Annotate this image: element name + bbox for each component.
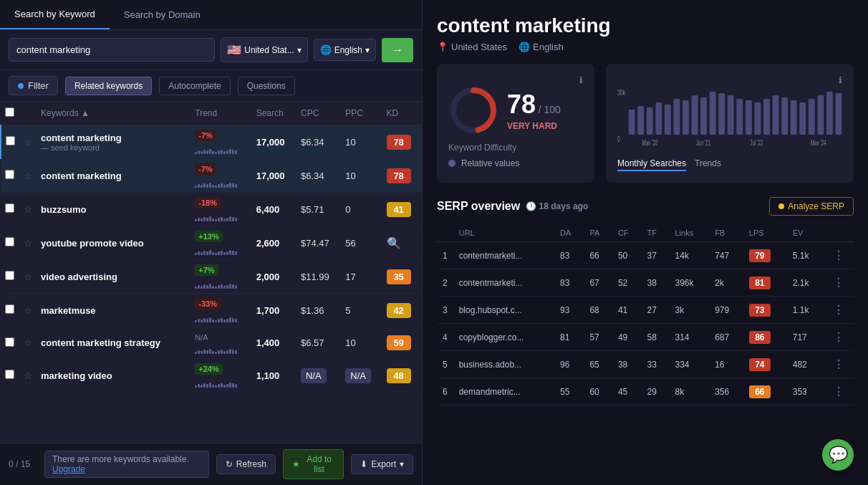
svg-rect-9: [674, 99, 680, 135]
keywords-table-container: Keywords ▲ Trend Search CPC PPC: [0, 102, 422, 443]
search-volume: 1,400: [252, 327, 296, 359]
svg-rect-8: [665, 105, 671, 135]
questions-button[interactable]: Questions: [238, 77, 295, 95]
col-search[interactable]: Search: [252, 102, 296, 125]
country-select[interactable]: 🇺🇸 United Stat... ▾: [221, 37, 307, 62]
star-icon[interactable]: ☆: [19, 226, 37, 260]
search-volume: 17,000: [252, 125, 296, 159]
serp-row[interactable]: 6 demandmetric... 55 60 45 29 8k 356 66 …: [437, 378, 854, 405]
select-all-checkbox[interactable]: [5, 107, 14, 117]
col-ppc[interactable]: PPC: [341, 102, 382, 125]
refresh-button[interactable]: ↻ Refresh: [216, 454, 276, 474]
cpc-value: $6.57: [296, 327, 341, 359]
serp-url[interactable]: contentmarketi...: [453, 269, 554, 297]
row-checkbox[interactable]: [5, 337, 14, 347]
chat-bubble[interactable]: 💬: [822, 439, 854, 471]
monthly-searches-tab[interactable]: Monthly Searches: [617, 158, 686, 171]
keyword-name: buzzsumo: [41, 204, 186, 215]
add-to-list-button[interactable]: ★ Add to list: [283, 449, 344, 479]
language-select[interactable]: 🌐 English ▾: [314, 39, 376, 61]
kd-value: 78: [382, 125, 422, 159]
row-checkbox[interactable]: [5, 203, 14, 213]
analyze-serp-button[interactable]: Analyze SERP: [769, 197, 854, 216]
table-row[interactable]: ☆ content marketing — seed keyword -7% 1…: [1, 125, 422, 159]
upgrade-notice: There are more keywords available. Upgra…: [44, 451, 209, 478]
kd-max: / 100: [539, 104, 561, 115]
chat-icon: 💬: [829, 446, 848, 464]
serp-tf: 58: [642, 324, 670, 351]
svg-text:30k: 30k: [617, 88, 625, 97]
table-row[interactable]: ☆ video advertising +7% 2,000 $11.99 17 …: [1, 260, 422, 294]
svg-rect-10: [683, 100, 689, 135]
keyword-title: content marketing: [437, 14, 854, 37]
serp-fb: 356: [709, 378, 743, 405]
row-checkbox[interactable]: [5, 304, 14, 314]
row-checkbox[interactable]: [5, 237, 14, 246]
tab-search-domain[interactable]: Search by Domain: [110, 0, 215, 29]
flag-icon: 🇺🇸: [227, 43, 241, 57]
serp-row[interactable]: 5 business.adob... 96 65 38 33 334 16 74…: [437, 351, 854, 378]
more-options-button[interactable]: ⋮: [829, 302, 848, 317]
more-options-button[interactable]: ⋮: [829, 248, 848, 263]
row-checkbox[interactable]: [5, 170, 14, 179]
serp-url[interactable]: copyblogger.co...: [453, 324, 554, 351]
serp-tf: 37: [642, 242, 670, 269]
more-options-button[interactable]: ⋮: [829, 275, 848, 290]
serp-da: 55: [554, 378, 584, 405]
table-row[interactable]: ☆ marketmuse -33% 1,700 $1.36 5 42: [1, 294, 422, 327]
svg-rect-16: [736, 99, 743, 135]
col-keywords[interactable]: Keywords ▲: [37, 102, 191, 125]
star-icon[interactable]: ☆: [19, 159, 37, 193]
more-options-button[interactable]: ⋮: [829, 330, 848, 345]
table-row[interactable]: ☆ youtube promote video +13% 2,600 $74.4…: [1, 226, 422, 260]
serp-url[interactable]: demandmetric...: [453, 378, 554, 405]
export-button[interactable]: ⬇ Export ▾: [351, 454, 413, 474]
star-icon[interactable]: ☆: [19, 260, 37, 294]
serp-da: 96: [554, 351, 584, 378]
upgrade-link[interactable]: Upgrade: [52, 464, 85, 474]
col-kd[interactable]: KD: [382, 102, 422, 125]
trend-cell: -7%: [191, 125, 251, 159]
svg-rect-24: [809, 99, 815, 135]
table-row[interactable]: ☆ content marketing -7% 17,000 $6.34 10 …: [1, 159, 422, 193]
serp-cf: 41: [612, 297, 642, 324]
col-cpc[interactable]: CPC: [296, 102, 341, 125]
star-icon[interactable]: ☆: [19, 193, 37, 226]
serp-row[interactable]: 1 contentmarketi... 83 66 50 37 14k 747 …: [437, 242, 854, 269]
serp-url[interactable]: blog.hubspot.c...: [453, 297, 554, 324]
serp-row[interactable]: 2 contentmarketi... 83 67 52 38 396k 2k …: [437, 269, 854, 297]
star-icon[interactable]: ☆: [19, 327, 37, 359]
serp-url[interactable]: business.adob...: [453, 351, 554, 378]
right-panel: content marketing 📍 United States 🌐 Engl…: [423, 0, 868, 485]
tab-search-keyword[interactable]: Search by Keyword: [0, 0, 110, 29]
chart-tabs: Monthly Searches Trends: [617, 158, 842, 171]
search-go-button[interactable]: →: [382, 38, 413, 62]
star-icon[interactable]: ☆: [19, 294, 37, 327]
serp-header: SERP overview 🕐 18 days ago Analyze SERP: [437, 197, 854, 216]
more-options-button[interactable]: ⋮: [829, 357, 848, 372]
more-options-button[interactable]: ⋮: [829, 384, 848, 399]
serp-url[interactable]: contentmarketi...: [453, 242, 554, 269]
table-row[interactable]: ☆ buzzsumo -18% 6,400 $5.71 0 41: [1, 193, 422, 226]
keyword-seed: — seed keyword: [41, 143, 186, 152]
row-checkbox[interactable]: [5, 271, 14, 280]
related-keywords-button[interactable]: Related keywords: [65, 77, 152, 95]
refresh-icon: ↻: [226, 459, 233, 469]
filter-button[interactable]: Filter: [9, 76, 58, 95]
kd-info-icon[interactable]: ℹ: [579, 75, 583, 85]
star-icon[interactable]: ☆: [19, 359, 37, 393]
serp-row[interactable]: 4 copyblogger.co... 81 57 49 58 314 687 …: [437, 324, 854, 351]
sv-info-icon[interactable]: ℹ: [839, 75, 842, 85]
serp-row[interactable]: 3 blog.hubspot.c... 93 68 41 27 3k 979 7…: [437, 297, 854, 324]
row-checkbox[interactable]: [5, 370, 14, 379]
col-tf: TF: [642, 224, 670, 242]
star-icon[interactable]: ☆: [19, 125, 37, 159]
trends-tab[interactable]: Trends: [695, 158, 721, 171]
search-volume: 17,000: [252, 159, 296, 193]
autocomplete-button[interactable]: Autocomplete: [159, 77, 230, 95]
search-input[interactable]: [9, 38, 215, 62]
table-row[interactable]: ☆ content marketing strategy N/A 1,400 $…: [1, 327, 422, 359]
table-row[interactable]: ☆ marketing video +24% 1,100 N/A N/A 48: [1, 359, 422, 393]
row-checkbox[interactable]: [6, 136, 15, 145]
col-trend[interactable]: Trend: [191, 102, 251, 125]
